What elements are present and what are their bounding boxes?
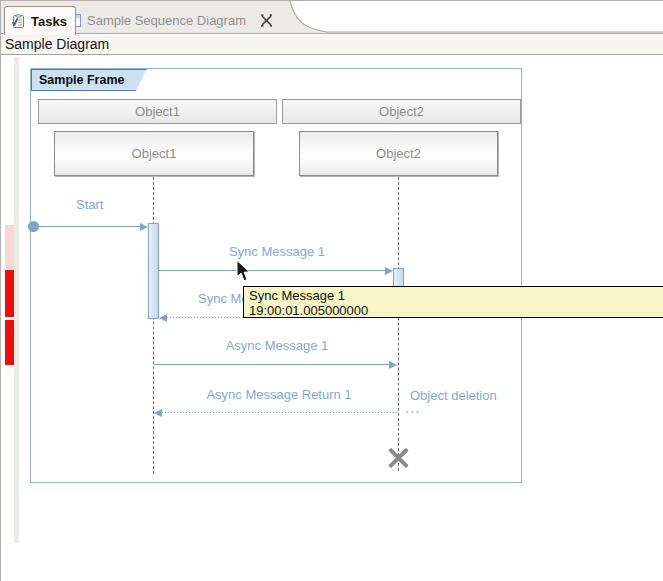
time-compression-bar[interactable]: [14, 57, 19, 543]
view-tab-bar: Tasks Sample Sequence Diagram: [1, 1, 663, 34]
tab-diagram-label: Sample Sequence Diagram: [87, 13, 246, 28]
sequence-frame: Sample Frame Object1 Object2 Object1 Obj…: [30, 68, 522, 483]
tab-area-curve: [281, 1, 663, 35]
start-message-line[interactable]: [34, 226, 141, 227]
time-compression-marker-light[interactable]: [5, 225, 14, 269]
lifeline-object1[interactable]: [153, 177, 154, 474]
lifeline-box-object2[interactable]: Object2: [299, 131, 498, 176]
sync-message-return-arrowhead: [159, 314, 167, 322]
async-message-1-label[interactable]: Async Message 1: [162, 338, 392, 353]
sync-message-1-arrowhead: [385, 267, 393, 275]
view-left-border: [0, 0, 1, 581]
async-message-1-line[interactable]: [154, 364, 389, 365]
lifeline-header-object1[interactable]: Object1: [38, 99, 277, 124]
sequence-diagram-view: Tasks Sample Sequence Diagram: [0, 0, 663, 581]
mouse-cursor-icon: [236, 260, 253, 287]
start-message-label[interactable]: Start: [76, 197, 103, 212]
sync-message-1-label[interactable]: Sync Message 1: [162, 244, 392, 259]
lifeline-box-object1[interactable]: Object1: [54, 131, 254, 176]
message-tooltip: Sync Message 1 19:00:01.005000000: [243, 286, 663, 318]
async-message-return-line[interactable]: [162, 412, 398, 413]
sync-message-1-line[interactable]: [159, 270, 386, 271]
lifeline-header-object2[interactable]: Object2: [282, 99, 521, 124]
continuation-dots: ...: [405, 399, 421, 416]
time-compression-marker-red-1[interactable]: [5, 270, 14, 317]
time-compression-marker-red-2[interactable]: [5, 320, 14, 365]
tasks-icon: [11, 14, 26, 29]
frame-title-tab[interactable]: Sample Frame: [31, 69, 147, 91]
close-icon[interactable]: [260, 14, 273, 27]
start-message-arrowhead: [140, 223, 148, 231]
tab-tasks-label: Tasks: [31, 14, 67, 29]
execution-occurrence-object1[interactable]: [148, 223, 159, 319]
object-deletion-label[interactable]: Object deletion: [410, 388, 497, 403]
tooltip-timestamp: 19:00:01.005000000: [249, 303, 663, 318]
async-message-return-arrowhead: [154, 409, 162, 417]
lifeline-object2[interactable]: [398, 177, 399, 471]
tooltip-message-name: Sync Message 1: [249, 288, 663, 303]
diagram-name-label: Sample Diagram: [5, 36, 109, 52]
async-message-return-label[interactable]: Async Message Return 1: [164, 387, 394, 402]
tab-sample-sequence-diagram[interactable]: Sample Sequence Diagram: [61, 6, 279, 34]
async-message-1-arrowhead: [389, 361, 397, 369]
frame-title-label: Sample Frame: [39, 73, 124, 87]
diagram-name-header: Sample Diagram: [1, 35, 663, 55]
object-deletion-cross-icon[interactable]: [387, 446, 410, 469]
tab-tasks[interactable]: Tasks: [4, 6, 76, 35]
